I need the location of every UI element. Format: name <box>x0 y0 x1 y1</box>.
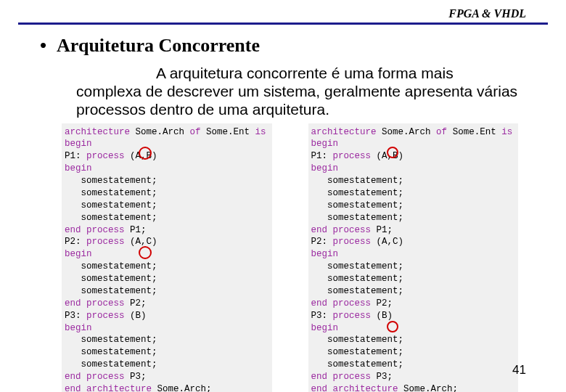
kw: end process <box>65 372 125 382</box>
code-text: somestatement; <box>311 286 404 296</box>
code-text: P1; <box>371 225 393 235</box>
code-text: Some.Arch; <box>152 384 212 392</box>
kw: end process <box>311 372 372 382</box>
code-text: somestatement; <box>65 335 157 345</box>
kw: process <box>333 237 372 247</box>
divider <box>18 23 548 25</box>
kw: end process <box>311 298 372 309</box>
page-number: 41 <box>512 363 526 377</box>
code-text: somestatement; <box>65 200 157 211</box>
code-text: somestatement; <box>65 188 157 198</box>
kw: end process <box>65 298 125 309</box>
kw: is <box>255 127 266 137</box>
kw: process <box>86 311 125 321</box>
kw: process <box>86 237 125 247</box>
code-text: P1; <box>125 225 147 235</box>
code-row: architecture Some.Arch of Some.Ent is be… <box>18 123 548 392</box>
kw: begin <box>311 249 339 259</box>
code-text: somestatement; <box>311 335 404 345</box>
kw: begin <box>65 139 92 149</box>
kw: end process <box>65 225 125 235</box>
code-text: P1: <box>65 151 86 161</box>
kw: is <box>501 127 512 137</box>
code-text: somestatement; <box>65 359 157 369</box>
code-text: somestatement; <box>311 274 404 284</box>
code-text: (A,B) <box>125 151 157 161</box>
kw: begin <box>311 323 339 333</box>
code-text: somestatement; <box>311 200 404 211</box>
code-text: P3: <box>311 311 333 321</box>
bullet-icon: • <box>40 35 53 57</box>
code-text: (B) <box>125 311 147 321</box>
code-text: somestatement; <box>65 286 157 296</box>
code-text: Some.Ent <box>447 127 501 137</box>
code-text: P3: <box>65 311 86 321</box>
kw: begin <box>65 249 92 259</box>
code-text: Some.Ent <box>201 127 255 137</box>
code-block-left: architecture Some.Arch of Some.Ent is be… <box>62 123 272 392</box>
code-text: P3; <box>371 372 393 382</box>
code-text: somestatement; <box>65 347 157 357</box>
code-text: Some.Arch <box>130 127 190 137</box>
kw: process <box>333 151 372 161</box>
code-text: somestatement; <box>65 213 157 223</box>
code-text: Some.Arch; <box>398 384 459 392</box>
code-text: somestatement; <box>311 213 404 223</box>
code-text: P1: <box>311 151 333 161</box>
code-block-right: architecture Some.Arch of Some.Ent is be… <box>308 123 519 392</box>
kw: end architecture <box>65 384 152 392</box>
kw: begin <box>311 163 339 173</box>
code-text: somestatement; <box>311 347 404 357</box>
code-text: (A,B) <box>371 151 403 161</box>
kw: process <box>333 311 372 321</box>
kw: begin <box>65 323 92 333</box>
code-text: somestatement; <box>311 261 404 271</box>
code-text: P2; <box>125 298 147 309</box>
kw: begin <box>65 163 92 173</box>
kw: of <box>190 127 201 137</box>
code-text: somestatement; <box>311 176 404 186</box>
body-paragraph: A arquitetura concorrente é uma forma ma… <box>18 64 548 119</box>
code-text: somestatement; <box>65 176 157 186</box>
code-text: (A,C) <box>371 237 403 247</box>
slide-title-row: • Arquitetura Concorrente <box>18 35 548 57</box>
header-label: FPGA & VHDL <box>18 7 548 23</box>
code-text: somestatement; <box>65 261 157 271</box>
code-text: Some.Arch <box>377 127 437 137</box>
kw: architecture <box>311 127 377 137</box>
kw: end process <box>311 225 372 235</box>
code-text: P2: <box>311 237 333 247</box>
code-text: (B) <box>371 311 393 321</box>
circle-annotation-icon <box>139 246 152 259</box>
kw: end architecture <box>311 384 398 392</box>
code-text: P3; <box>125 372 147 382</box>
code-text: P2; <box>371 298 393 309</box>
code-text: P2: <box>65 237 86 247</box>
kw: of <box>436 127 447 137</box>
circle-annotation-icon <box>387 321 398 332</box>
slide-title: Arquitetura Concorrente <box>57 35 260 56</box>
code-text: somestatement; <box>65 274 157 284</box>
kw: process <box>86 151 125 161</box>
code-text: somestatement; <box>311 188 404 198</box>
kw: begin <box>311 139 339 149</box>
kw: architecture <box>65 127 130 137</box>
code-text: somestatement; <box>311 359 404 369</box>
code-text: (A,C) <box>125 237 157 247</box>
